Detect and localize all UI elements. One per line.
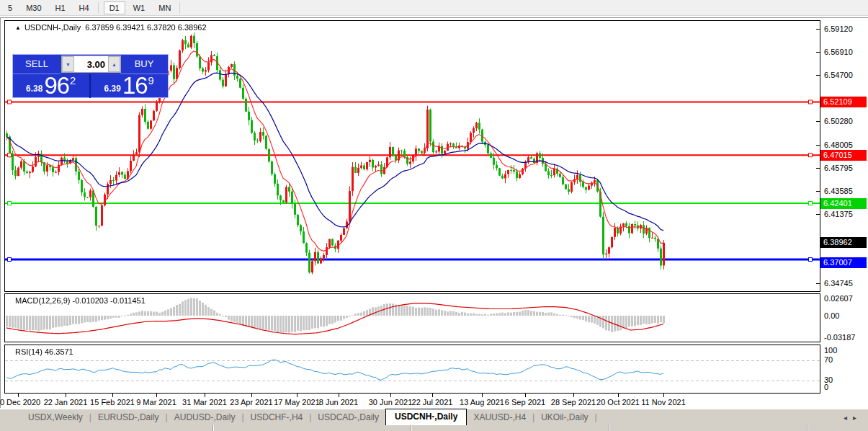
date-tick [251,394,252,397]
date-label: 23 Apr 2021 [230,398,272,406]
one-click-trading-panel: SELL ▼ ▲ BUY 6.38 96 2 6.39 16 9 [12,54,169,98]
tab-usdcad-daily[interactable]: USDCAD-,Daily [311,410,385,425]
date-label: 13 Aug 2021 [460,398,504,406]
macd-title: MACD(12,26,9) [15,296,70,305]
date-tick [339,394,339,397]
level-label-support-blue: 6.37007 [820,257,867,268]
tab-scroll-arrows: ◂▸ [844,414,862,422]
level-label-support-green: 6.42401 [820,198,867,209]
macd-value-signal: -0.011451 [110,296,146,305]
chart-tab-bar: USDX,Weekly| EURUSD-,Daily| AUDUSD-,Dail… [0,409,868,425]
tab-ukoil-daily[interactable]: UKOil-,Daily [534,410,594,425]
level-label-resistance-2: 6.47015 [820,150,867,161]
date-label: 6 Sep 2021 [505,398,545,406]
date-tick [432,394,433,397]
price-tick: 6.34745 [824,279,853,288]
rsi-axis-tick: 0 [824,383,828,391]
price-tick: 6.43585 [824,187,853,195]
trading-terminal: 5 M30 H1 H4 D1 W1 MN ▲USDCNH-,Daily 6.37… [0,0,868,431]
date-tick [18,394,19,397]
level-label-resistance-1: 6.52109 [820,97,867,107]
buy-quote[interactable]: 6.39 16 9 [91,74,169,98]
date-label: 22 Jul 2021 [412,398,453,406]
window-frame-left [0,17,1,408]
date-tick [482,394,483,397]
date-tick [618,394,619,397]
volume-decrease-button[interactable]: ▼ [62,56,74,72]
date-label: 8 Jun 2021 [319,398,358,406]
one-click-quote-row: 6.38 96 2 6.39 16 9 [13,74,168,98]
tab-eurusd-daily[interactable]: EURUSD-,Daily [91,410,166,425]
toolbar-separator [98,2,99,14]
buy-price-big: 16 [122,75,148,97]
date-label: 9 Mar 2021 [136,398,176,406]
timeframe-h1-button[interactable]: H1 [50,1,71,14]
volume-input[interactable] [74,56,108,72]
price-tick: 6.45795 [824,164,853,172]
rsi-axis-tick: 100 [824,346,837,355]
price-tick: 6.54700 [824,71,853,79]
status-bar [0,425,868,431]
tab-scroll-left-icon[interactable]: ◂ [844,414,853,422]
date-label: 30 Jun 2021 [369,398,413,406]
date-label: 31 Mar 2021 [182,398,227,406]
timeframe-m30-button[interactable]: M30 [20,1,47,14]
date-tick [573,394,574,397]
sell-price-pip: 2 [70,74,76,86]
buy-price-pip: 9 [148,74,154,86]
date-tick [390,394,391,397]
tab-usdchf-h4[interactable]: USDCHF-,H4 [244,410,310,425]
date-label: 17 May 2021 [274,398,320,406]
date-label: 15 Feb 2021 [90,398,135,406]
date-tick [66,394,66,397]
date-tick [205,394,205,397]
tab-usdcnh-daily[interactable]: USDCNH-,Daily [385,409,467,425]
price-tick: 6.48005 [824,141,853,149]
macd-axis-tick: 0.00 [824,311,839,320]
timeframe-h4-button[interactable]: H4 [73,1,95,14]
price-axis: 6.59120 6.56910 6.54700 6.50280 6.48005 … [820,20,868,408]
date-tick [156,394,157,397]
tab-audusd-daily[interactable]: AUDUSD-,Daily [168,410,242,425]
price-tick: 6.59120 [824,25,853,33]
rsi-axis-tick: 70 [824,355,833,364]
volume-control: ▼ ▲ [61,55,121,73]
rsi-canvas[interactable] [5,345,820,393]
volume-increase-button[interactable]: ▲ [108,56,120,72]
macd-title-row: MACD(12,26,9) -0.010203 -0.011451 [15,296,146,305]
window-frame-top [0,17,868,18]
date-label: 11 Nov 2021 [641,398,686,406]
timeframe-toolbar: 5 M30 H1 H4 D1 W1 MN [0,0,868,16]
symbol-period-label: USDCNH-,Daily [24,23,81,32]
tab-xauusd-h4[interactable]: XAUUSD-,H4 [467,410,532,425]
macd-axis-tick: -0.03187 [824,333,855,342]
timeframe-w1-button[interactable]: W1 [127,1,151,14]
timeframe-m5-button[interactable]: 5 [2,1,18,14]
date-label: 22 Jan 2021 [44,398,88,406]
rsi-value: 46.3571 [45,347,73,356]
tab-separator: | [595,412,597,425]
tab-scroll-right-icon[interactable]: ▸ [853,414,862,422]
sell-price-small: 6.38 [26,84,42,94]
price-tick: 6.56910 [824,48,853,56]
buy-price-small: 6.39 [104,84,121,94]
ohlc-values: 6.37859 6.39421 6.37820 6.38962 [85,23,206,32]
rsi-title-row: RSI(14) 46.3571 [15,347,73,356]
macd-axis-tick: 0.02607 [824,294,853,303]
date-axis: 30 Dec 202022 Jan 202115 Feb 20219 Mar 2… [4,394,820,409]
tab-usdx-weekly[interactable]: USDX,Weekly [22,410,89,425]
toolbar-separator [179,2,180,14]
date-label: 20 Oct 2021 [596,398,640,406]
level-label-last-price: 6.38962 [820,237,867,248]
timeframe-d1-button[interactable]: D1 [104,1,125,14]
timeframe-mn-button[interactable]: MN [153,1,176,14]
date-tick [663,394,664,397]
status-divider [411,425,411,431]
date-label: 28 Sep 2021 [551,398,596,406]
sell-quote[interactable]: 6.38 96 2 [13,74,91,98]
macd-pane: MACD(12,26,9) -0.010203 -0.011451 [4,293,820,342]
collapse-arrow-icon[interactable]: ▲ [15,25,21,31]
date-tick [525,394,526,397]
sell-button[interactable]: SELL [13,55,61,74]
buy-button[interactable]: BUY [120,55,168,74]
